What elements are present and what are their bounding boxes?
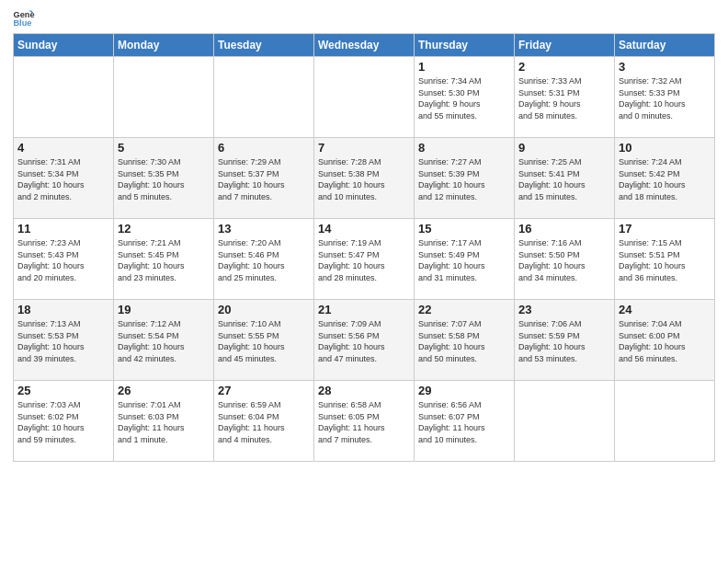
calendar-cell: 24Sunrise: 7:04 AM Sunset: 6:00 PM Dayli…: [615, 300, 715, 381]
calendar-cell: 7Sunrise: 7:28 AM Sunset: 5:38 PM Daylig…: [314, 138, 415, 219]
week-row-3: 11Sunrise: 7:23 AM Sunset: 5:43 PM Dayli…: [14, 219, 715, 300]
calendar-cell: [314, 57, 415, 138]
day-number: 5: [118, 141, 210, 155]
day-info: Sunrise: 7:24 AM Sunset: 5:42 PM Dayligh…: [619, 156, 711, 202]
day-info: Sunrise: 7:28 AM Sunset: 5:38 PM Dayligh…: [318, 156, 410, 202]
day-number: 8: [418, 141, 510, 155]
weekday-header-sunday: Sunday: [14, 34, 114, 57]
calendar-cell: 4Sunrise: 7:31 AM Sunset: 5:34 PM Daylig…: [14, 138, 114, 219]
day-number: 18: [17, 303, 109, 316]
day-number: 24: [619, 303, 711, 316]
weekday-header-monday: Monday: [114, 34, 214, 57]
day-number: 13: [218, 222, 310, 236]
calendar-cell: 22Sunrise: 7:07 AM Sunset: 5:58 PM Dayli…: [415, 300, 515, 381]
day-info: Sunrise: 7:32 AM Sunset: 5:33 PM Dayligh…: [619, 75, 711, 121]
day-info: Sunrise: 7:19 AM Sunset: 5:47 PM Dayligh…: [318, 237, 410, 283]
day-info: Sunrise: 7:09 AM Sunset: 5:56 PM Dayligh…: [318, 318, 410, 364]
day-info: Sunrise: 7:07 AM Sunset: 5:58 PM Dayligh…: [418, 318, 510, 364]
logo: General Blue: [13, 9, 40, 28]
day-number: 22: [418, 303, 510, 316]
day-info: Sunrise: 7:13 AM Sunset: 5:53 PM Dayligh…: [17, 318, 109, 364]
day-number: 6: [218, 141, 310, 155]
day-number: 1: [418, 60, 510, 74]
calendar-cell: 15Sunrise: 7:17 AM Sunset: 5:49 PM Dayli…: [415, 219, 515, 300]
calendar-cell: 3Sunrise: 7:32 AM Sunset: 5:33 PM Daylig…: [615, 57, 715, 138]
day-info: Sunrise: 7:29 AM Sunset: 5:37 PM Dayligh…: [218, 156, 310, 202]
day-info: Sunrise: 7:10 AM Sunset: 5:55 PM Dayligh…: [218, 318, 310, 364]
day-number: 15: [418, 222, 510, 236]
day-number: 23: [518, 303, 610, 316]
header: General Blue: [13, 9, 715, 28]
day-number: 25: [17, 384, 109, 397]
day-number: 11: [17, 222, 109, 236]
day-info: Sunrise: 7:03 AM Sunset: 6:02 PM Dayligh…: [17, 399, 109, 445]
day-number: 14: [318, 222, 410, 236]
calendar-cell: 16Sunrise: 7:16 AM Sunset: 5:50 PM Dayli…: [515, 219, 615, 300]
calendar-cell: [214, 57, 314, 138]
day-info: Sunrise: 7:17 AM Sunset: 5:49 PM Dayligh…: [418, 237, 510, 283]
day-info: Sunrise: 7:25 AM Sunset: 5:41 PM Dayligh…: [518, 156, 610, 202]
calendar-cell: 21Sunrise: 7:09 AM Sunset: 5:56 PM Dayli…: [314, 300, 415, 381]
day-number: 7: [318, 141, 410, 155]
day-info: Sunrise: 7:23 AM Sunset: 5:43 PM Dayligh…: [17, 237, 109, 283]
calendar-cell: 18Sunrise: 7:13 AM Sunset: 5:53 PM Dayli…: [14, 300, 114, 381]
day-number: 17: [619, 222, 711, 236]
day-number: 10: [619, 141, 711, 155]
day-number: 20: [218, 303, 310, 316]
page-container: General Blue SundayMondayTuesdayWednesda…: [0, 0, 728, 563]
calendar-cell: [114, 57, 214, 138]
calendar-cell: 2Sunrise: 7:33 AM Sunset: 5:31 PM Daylig…: [515, 57, 615, 138]
day-info: Sunrise: 7:04 AM Sunset: 6:00 PM Dayligh…: [619, 318, 711, 364]
calendar-header: SundayMondayTuesdayWednesdayThursdayFrid…: [14, 34, 715, 57]
calendar-cell: 5Sunrise: 7:30 AM Sunset: 5:35 PM Daylig…: [114, 138, 214, 219]
calendar-cell: 25Sunrise: 7:03 AM Sunset: 6:02 PM Dayli…: [14, 381, 114, 462]
day-number: 4: [17, 141, 109, 155]
calendar-cell: 23Sunrise: 7:06 AM Sunset: 5:59 PM Dayli…: [515, 300, 615, 381]
calendar-body: 1Sunrise: 7:34 AM Sunset: 5:30 PM Daylig…: [14, 57, 715, 462]
day-info: Sunrise: 6:59 AM Sunset: 6:04 PM Dayligh…: [218, 399, 310, 445]
calendar-cell: 17Sunrise: 7:15 AM Sunset: 5:51 PM Dayli…: [615, 219, 715, 300]
week-row-1: 1Sunrise: 7:34 AM Sunset: 5:30 PM Daylig…: [14, 57, 715, 138]
day-info: Sunrise: 6:58 AM Sunset: 6:05 PM Dayligh…: [318, 399, 410, 445]
day-info: Sunrise: 7:21 AM Sunset: 5:45 PM Dayligh…: [118, 237, 210, 283]
calendar-cell: 1Sunrise: 7:34 AM Sunset: 5:30 PM Daylig…: [415, 57, 515, 138]
weekday-header-thursday: Thursday: [415, 34, 515, 57]
day-number: 26: [118, 384, 210, 397]
day-info: Sunrise: 6:56 AM Sunset: 6:07 PM Dayligh…: [418, 399, 510, 445]
calendar-cell: 28Sunrise: 6:58 AM Sunset: 6:05 PM Dayli…: [314, 381, 415, 462]
weekday-header-wednesday: Wednesday: [314, 34, 415, 57]
day-info: Sunrise: 7:31 AM Sunset: 5:34 PM Dayligh…: [17, 156, 109, 202]
calendar-cell: 12Sunrise: 7:21 AM Sunset: 5:45 PM Dayli…: [114, 219, 214, 300]
weekday-header-tuesday: Tuesday: [214, 34, 314, 57]
calendar-cell: [515, 381, 615, 462]
weekday-header-friday: Friday: [515, 34, 615, 57]
calendar-cell: 29Sunrise: 6:56 AM Sunset: 6:07 PM Dayli…: [415, 381, 515, 462]
week-row-4: 18Sunrise: 7:13 AM Sunset: 5:53 PM Dayli…: [14, 300, 715, 381]
calendar-cell: 6Sunrise: 7:29 AM Sunset: 5:37 PM Daylig…: [214, 138, 314, 219]
week-row-5: 25Sunrise: 7:03 AM Sunset: 6:02 PM Dayli…: [14, 381, 715, 462]
day-number: 9: [518, 141, 610, 155]
day-info: Sunrise: 7:16 AM Sunset: 5:50 PM Dayligh…: [518, 237, 610, 283]
calendar: SundayMondayTuesdayWednesdayThursdayFrid…: [13, 33, 715, 462]
week-row-2: 4Sunrise: 7:31 AM Sunset: 5:34 PM Daylig…: [14, 138, 715, 219]
calendar-cell: [615, 381, 715, 462]
calendar-cell: 20Sunrise: 7:10 AM Sunset: 5:55 PM Dayli…: [214, 300, 314, 381]
weekday-header-saturday: Saturday: [615, 34, 715, 57]
day-number: 3: [619, 60, 711, 74]
day-number: 21: [318, 303, 410, 316]
day-number: 29: [418, 384, 510, 397]
logo-icon: General Blue: [13, 9, 35, 28]
day-number: 12: [118, 222, 210, 236]
day-number: 28: [318, 384, 410, 397]
day-number: 16: [518, 222, 610, 236]
day-info: Sunrise: 7:06 AM Sunset: 5:59 PM Dayligh…: [518, 318, 610, 364]
calendar-cell: [14, 57, 114, 138]
svg-text:Blue: Blue: [13, 18, 31, 28]
day-info: Sunrise: 7:01 AM Sunset: 6:03 PM Dayligh…: [118, 399, 210, 445]
day-number: 2: [518, 60, 610, 74]
day-info: Sunrise: 7:15 AM Sunset: 5:51 PM Dayligh…: [619, 237, 711, 283]
calendar-cell: 27Sunrise: 6:59 AM Sunset: 6:04 PM Dayli…: [214, 381, 314, 462]
weekday-row: SundayMondayTuesdayWednesdayThursdayFrid…: [14, 34, 715, 57]
day-info: Sunrise: 7:34 AM Sunset: 5:30 PM Dayligh…: [418, 75, 510, 121]
day-info: Sunrise: 7:12 AM Sunset: 5:54 PM Dayligh…: [118, 318, 210, 364]
